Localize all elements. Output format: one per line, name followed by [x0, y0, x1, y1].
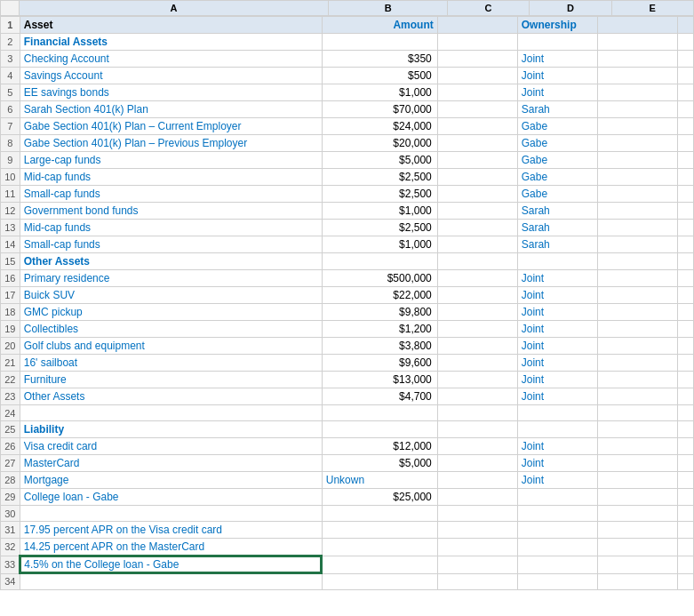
cell-22-2[interactable] — [437, 372, 517, 388]
cell-8-3[interactable]: Gabe — [517, 135, 597, 152]
cell-17-5[interactable] — [677, 287, 693, 304]
cell-24-3[interactable] — [517, 405, 597, 421]
cell-23-3[interactable]: Joint — [517, 388, 597, 405]
cell-30-3[interactable] — [517, 506, 597, 522]
cell-32-3[interactable] — [517, 539, 597, 556]
cell-30-1[interactable] — [322, 506, 437, 522]
cell-26-3[interactable]: Joint — [517, 438, 597, 455]
cell-1-2[interactable] — [437, 17, 517, 34]
cell-6-1[interactable]: $70,000 — [322, 101, 437, 118]
cell-2-5[interactable] — [677, 34, 693, 51]
cell-2-1[interactable] — [322, 34, 437, 51]
cell-29-4[interactable] — [597, 489, 677, 506]
cell-4-2[interactable] — [437, 68, 517, 84]
cell-33-2[interactable] — [437, 556, 517, 573]
cell-4-3[interactable]: Joint — [517, 68, 597, 84]
table-row[interactable]: 17Buick SUV$22,000Joint — [1, 287, 694, 304]
table-row[interactable]: 24 — [1, 405, 694, 421]
cell-13-3[interactable]: Sarah — [517, 220, 597, 236]
cell-3-1[interactable]: $350 — [322, 51, 437, 68]
table-row[interactable]: 3214.25 percent APR on the MasterCard — [1, 539, 694, 556]
cell-20-0[interactable]: Golf clubs and equipment — [20, 338, 322, 355]
cell-9-4[interactable] — [597, 152, 677, 169]
cell-17-4[interactable] — [597, 287, 677, 304]
cell-23-1[interactable]: $4,700 — [322, 388, 437, 405]
cell-7-3[interactable]: Gabe — [517, 118, 597, 135]
cell-34-4[interactable] — [597, 573, 677, 589]
cell-6-2[interactable] — [437, 101, 517, 118]
cell-18-0[interactable]: GMC pickup — [20, 304, 322, 321]
cell-24-2[interactable] — [437, 405, 517, 421]
cell-21-2[interactable] — [437, 355, 517, 372]
cell-12-4[interactable] — [597, 203, 677, 220]
table-row[interactable]: 20Golf clubs and equipment$3,800Joint — [1, 338, 694, 355]
cell-12-2[interactable] — [437, 203, 517, 220]
cell-25-2[interactable] — [437, 421, 517, 438]
cell-8-1[interactable]: $20,000 — [322, 135, 437, 152]
cell-11-1[interactable]: $2,500 — [322, 186, 437, 203]
cell-26-1[interactable]: $12,000 — [322, 438, 437, 455]
cell-18-3[interactable]: Joint — [517, 304, 597, 321]
cell-10-5[interactable] — [677, 169, 693, 186]
table-row[interactable]: 18GMC pickup$9,800Joint — [1, 304, 694, 321]
cell-7-1[interactable]: $24,000 — [322, 118, 437, 135]
cell-21-5[interactable] — [677, 355, 693, 372]
cell-31-5[interactable] — [677, 522, 693, 539]
table-row[interactable]: 3Checking Account$350Joint — [1, 51, 694, 68]
cell-1-5[interactable] — [677, 17, 693, 34]
cell-23-4[interactable] — [597, 388, 677, 405]
cell-12-1[interactable]: $1,000 — [322, 203, 437, 220]
cell-10-2[interactable] — [437, 169, 517, 186]
cell-34-5[interactable] — [677, 573, 693, 589]
table-row[interactable]: 4Savings Account$500Joint — [1, 68, 694, 84]
cell-22-3[interactable]: Joint — [517, 372, 597, 388]
cell-16-5[interactable] — [677, 270, 693, 287]
cell-7-5[interactable] — [677, 118, 693, 135]
table-row[interactable]: 10Mid-cap funds$2,500Gabe — [1, 169, 694, 186]
cell-22-1[interactable]: $13,000 — [322, 372, 437, 388]
cell-5-0[interactable]: EE savings bonds — [20, 84, 322, 101]
cell-29-1[interactable]: $25,000 — [322, 489, 437, 506]
cell-15-2[interactable] — [437, 253, 517, 270]
cell-21-0[interactable]: 16' sailboat — [20, 355, 322, 372]
table-row[interactable]: 2Financial Assets — [1, 34, 694, 51]
cell-6-5[interactable] — [677, 101, 693, 118]
cell-6-3[interactable]: Sarah — [517, 101, 597, 118]
cell-15-4[interactable] — [597, 253, 677, 270]
cell-12-3[interactable]: Sarah — [517, 203, 597, 220]
cell-10-4[interactable] — [597, 169, 677, 186]
cell-9-1[interactable]: $5,000 — [322, 152, 437, 169]
cell-13-0[interactable]: Mid-cap funds — [20, 220, 322, 236]
cell-23-2[interactable] — [437, 388, 517, 405]
table-row[interactable]: 1AssetAmountOwnership — [1, 17, 694, 34]
cell-16-4[interactable] — [597, 270, 677, 287]
cell-7-0[interactable]: Gabe Section 401(k) Plan – Current Emplo… — [20, 118, 322, 135]
table-row[interactable]: 27MasterCard$5,000Joint — [1, 455, 694, 472]
cell-12-5[interactable] — [677, 203, 693, 220]
cell-28-4[interactable] — [597, 472, 677, 489]
cell-24-1[interactable] — [322, 405, 437, 421]
table-row[interactable]: 22Furniture$13,000Joint — [1, 372, 694, 388]
cell-29-5[interactable] — [677, 489, 693, 506]
cell-11-0[interactable]: Small-cap funds — [20, 186, 322, 203]
cell-7-2[interactable] — [437, 118, 517, 135]
cell-17-0[interactable]: Buick SUV — [20, 287, 322, 304]
cell-19-4[interactable] — [597, 321, 677, 338]
cell-13-5[interactable] — [677, 220, 693, 236]
cell-11-2[interactable] — [437, 186, 517, 203]
cell-3-5[interactable] — [677, 51, 693, 68]
cell-9-3[interactable]: Gabe — [517, 152, 597, 169]
cell-20-5[interactable] — [677, 338, 693, 355]
cell-6-4[interactable] — [597, 101, 677, 118]
cell-9-5[interactable] — [677, 152, 693, 169]
cell-27-1[interactable]: $5,000 — [322, 455, 437, 472]
cell-30-4[interactable] — [597, 506, 677, 522]
cell-20-3[interactable]: Joint — [517, 338, 597, 355]
cell-5-4[interactable] — [597, 84, 677, 101]
table-row[interactable]: 5EE savings bonds$1,000Joint — [1, 84, 694, 101]
cell-24-5[interactable] — [677, 405, 693, 421]
cell-16-2[interactable] — [437, 270, 517, 287]
cell-1-4[interactable] — [597, 17, 677, 34]
cell-28-1[interactable]: Unkown — [322, 472, 437, 489]
table-row[interactable]: 2116' sailboat$9,600Joint — [1, 355, 694, 372]
